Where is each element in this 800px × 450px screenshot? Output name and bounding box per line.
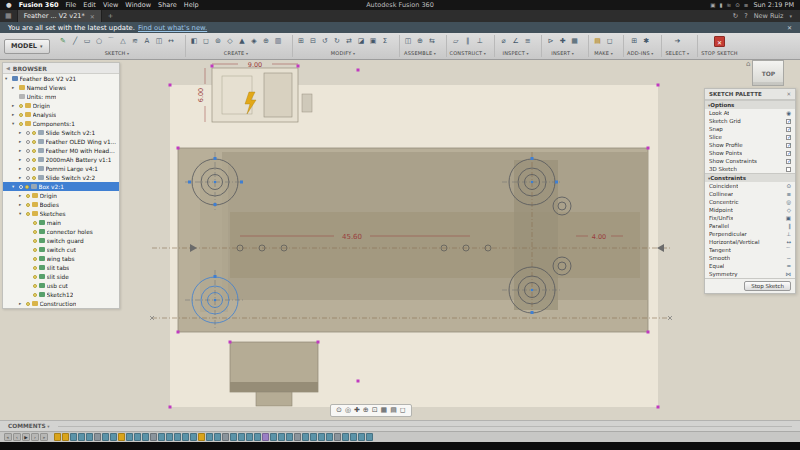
spline-icon[interactable]: ≋ — [130, 36, 141, 47]
timeline-item-sketch[interactable] — [310, 433, 317, 441]
sketch-grid-checkbox[interactable] — [786, 119, 791, 124]
sketch-menu[interactable]: SKETCH — [105, 50, 130, 56]
browser-row[interactable]: slit side — [3, 272, 119, 281]
visibility-icon[interactable] — [32, 149, 36, 153]
insert-menu[interactable]: INSERT — [551, 50, 574, 56]
horizontal-vertical-icon[interactable]: ↔ — [786, 239, 791, 245]
loft-icon[interactable]: ◇ — [225, 36, 236, 47]
timeline-item-feature[interactable] — [334, 433, 341, 441]
menubar-app-name[interactable]: Fusion 360 — [19, 1, 59, 9]
activate-radio[interactable] — [26, 131, 30, 135]
expander-open-icon[interactable] — [19, 211, 24, 216]
palette-row-look-at[interactable]: Look At◉ — [705, 109, 795, 117]
nav-pan-icon[interactable]: ✚ — [354, 404, 360, 417]
timeline-item-sketch[interactable] — [350, 433, 357, 441]
palette-row-snap[interactable]: Snap — [705, 125, 795, 133]
new-tab-icon[interactable]: + — [102, 12, 119, 20]
browser-row[interactable]: wing tabs — [3, 254, 119, 263]
coil-icon[interactable]: ◈ — [249, 36, 260, 47]
timeline-item-sketch[interactable] — [302, 433, 309, 441]
expander-closed-icon[interactable] — [19, 193, 24, 198]
palette-row-smooth[interactable]: Smooth~ — [705, 254, 795, 262]
palette-row-3d-sketch[interactable]: 3D Sketch — [705, 165, 795, 173]
browser-row[interactable]: switch guard — [3, 236, 119, 245]
circle-icon[interactable]: ○ — [94, 36, 105, 47]
expander-closed-icon[interactable] — [19, 166, 24, 171]
revolve-icon[interactable]: ⊚ — [213, 36, 224, 47]
modeling-canvas[interactable]: 45.60 4.00 9.00 6.00 — [0, 60, 800, 420]
expander-closed-icon[interactable] — [19, 139, 24, 144]
press-pull-icon[interactable]: ⊞ — [296, 36, 307, 47]
activate-radio[interactable] — [26, 158, 30, 162]
visibility-icon[interactable] — [33, 257, 37, 261]
browser-row[interactable]: Origin — [3, 191, 119, 200]
comments-toggle[interactable]: COMMENTS — [8, 423, 50, 429]
workspace-selector[interactable]: MODEL — [4, 39, 50, 54]
timeline-begin-button[interactable]: « — [4, 433, 12, 441]
palette-row-tangent[interactable]: Tangent⌒ — [705, 246, 795, 254]
browser-row[interactable]: main — [3, 218, 119, 227]
palette-section-options[interactable]: Options — [705, 100, 795, 109]
palette-row-show-constraints[interactable]: Show Constraints — [705, 157, 795, 165]
parallel-icon[interactable]: ∥ — [788, 223, 791, 229]
expander-closed-icon[interactable] — [12, 103, 17, 108]
timeline-item-sketch[interactable] — [70, 433, 77, 441]
visibility-icon[interactable] — [32, 176, 36, 180]
chamfer-icon[interactable]: ↻ — [332, 36, 343, 47]
visibility-icon[interactable] — [33, 266, 37, 270]
timeline-item-sketch[interactable] — [254, 433, 261, 441]
rectangle-icon[interactable]: ▭ — [82, 36, 93, 47]
show-profile-checkbox[interactable] — [786, 143, 791, 148]
palette-row-perpendicular[interactable]: Perpendicular⊥ — [705, 230, 795, 238]
sweep-icon[interactable]: ▲ — [237, 36, 248, 47]
palette-row-sketch-grid[interactable]: Sketch Grid — [705, 117, 795, 125]
shell-icon[interactable]: ⊟ — [308, 36, 319, 47]
insert-mesh-icon[interactable]: ⊳ — [545, 36, 556, 47]
visibility-icon[interactable] — [32, 158, 36, 162]
offset-plane-icon[interactable]: ▱ — [450, 36, 461, 47]
timeline-item-sketch[interactable] — [246, 433, 253, 441]
document-tab[interactable]: Feather ... V2 v21* ✕ — [17, 10, 102, 22]
browser-row[interactable]: 2000mAh Battery v1:1 — [3, 155, 119, 164]
sketch-dimension-icon[interactable]: ↔ — [166, 36, 177, 47]
activate-radio[interactable] — [26, 149, 30, 153]
fusion-store-icon[interactable]: ✱ — [641, 36, 652, 47]
hole-icon[interactable]: ⊕ — [261, 36, 272, 47]
timeline-item-sketch[interactable] — [86, 433, 93, 441]
nav-fit-icon[interactable]: ⊡ — [372, 404, 378, 417]
stop-sketch-palette-button[interactable]: Stop Sketch — [744, 281, 791, 291]
activate-radio[interactable] — [26, 167, 30, 171]
timeline-item-sketch[interactable] — [270, 433, 277, 441]
browser-row[interactable]: usb cut — [3, 281, 119, 290]
browser-row[interactable]: Named Views — [3, 83, 119, 92]
angle-icon[interactable]: ∠ — [510, 36, 521, 47]
palette-row-concentric[interactable]: Concentric◎ — [705, 198, 795, 206]
sketch-canvas[interactable]: 45.60 4.00 9.00 6.00 — [0, 60, 800, 420]
timeline-item-comp[interactable] — [54, 433, 61, 441]
timeline-end-button[interactable]: » — [40, 433, 48, 441]
symmetry-icon[interactable]: ⋈ — [786, 271, 792, 277]
polygon-icon[interactable]: △ — [118, 36, 129, 47]
assemble-menu[interactable]: ASSEMBLE — [404, 50, 436, 56]
visibility-icon[interactable] — [26, 212, 30, 216]
sync-status-icon[interactable]: ↻ — [733, 12, 738, 20]
add-ins-menu[interactable]: ADD-INS — [627, 50, 653, 56]
apple-menu-icon[interactable]: ● — [6, 1, 12, 9]
timeline-item-sketch[interactable] — [126, 433, 133, 441]
spotlight-icon[interactable]: ⊙ — [735, 2, 740, 8]
timeline-play-button[interactable]: ▶ — [22, 433, 30, 441]
timeline-step-forward-button[interactable]: › — [31, 433, 39, 441]
expander-closed-icon[interactable] — [12, 85, 17, 90]
expander-closed-icon[interactable] — [19, 130, 24, 135]
timeline-item-feature[interactable] — [150, 433, 157, 441]
dimension-detail-width[interactable]: 9.00 — [212, 61, 298, 69]
midplane-icon[interactable]: ∥ — [462, 36, 473, 47]
browser-row[interactable]: Sketches — [3, 209, 119, 218]
expander-open-icon[interactable] — [12, 184, 17, 189]
app-grid-icon[interactable]: ▦ — [0, 12, 17, 20]
timeline-item-sketch[interactable] — [142, 433, 149, 441]
palette-row-symmetry[interactable]: Symmetry⋈ — [705, 270, 795, 278]
menu-help[interactable]: Help — [184, 1, 199, 9]
show-points-checkbox[interactable] — [786, 151, 791, 156]
show-constraints-checkbox[interactable] — [786, 159, 791, 164]
